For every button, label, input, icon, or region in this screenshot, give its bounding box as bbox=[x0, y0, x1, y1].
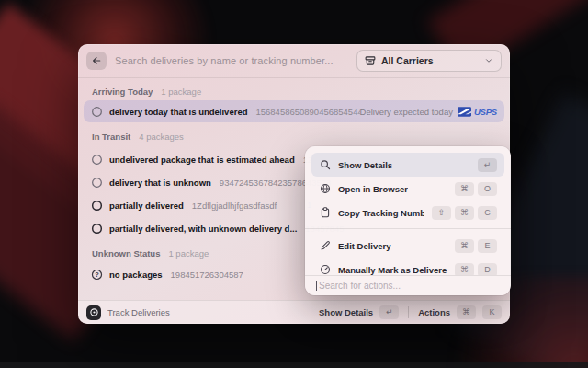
section-count: 1 package bbox=[161, 86, 201, 97]
search-header: Search deliveries by name or tracking nu… bbox=[78, 44, 510, 78]
delivery-eta-text: Delivery expected today bbox=[360, 107, 453, 117]
progress-ring-icon bbox=[91, 177, 103, 189]
chevron-down-icon bbox=[484, 56, 493, 65]
section-title: Arriving Today bbox=[92, 86, 153, 97]
menu-item-label: Copy Tracking Number bbox=[338, 208, 424, 218]
cmd-key-chip: ⌘ bbox=[455, 239, 474, 253]
track-deliveries-app-icon bbox=[86, 305, 101, 320]
actions-menu: Show Details ↵ Open in Browser ⌘ O bbox=[305, 146, 511, 295]
progress-ring-icon bbox=[91, 106, 103, 118]
shift-key-chip: ⇧ bbox=[432, 206, 451, 220]
delivery-title: no packages bbox=[109, 270, 163, 280]
app-name: Track Deliveries bbox=[107, 307, 312, 317]
desktop: Search deliveries by name or tracking nu… bbox=[0, 0, 588, 368]
delivery-row-undelivered-today[interactable]: delivery today that is undelivered 15684… bbox=[84, 100, 504, 122]
pencil-icon bbox=[319, 240, 331, 252]
menu-item-manually-mark-delivered[interactable]: Manually Mark as Delivered ⌘ D bbox=[311, 258, 504, 275]
actions-search-placeholder: Search for actions... bbox=[319, 281, 401, 291]
section-title: In Transit bbox=[92, 132, 130, 142]
status-bar: Track Deliveries Show Details ↵ Actions … bbox=[78, 300, 510, 324]
tracking-number: 198451726304587 bbox=[171, 270, 243, 280]
progress-ring-bold-icon bbox=[91, 200, 103, 212]
d-key-chip: D bbox=[478, 263, 497, 276]
arrow-left-icon bbox=[91, 55, 102, 66]
c-key-chip: C bbox=[478, 206, 497, 220]
k-key-chip: K bbox=[482, 305, 502, 319]
actions-button[interactable]: Actions bbox=[418, 307, 450, 317]
carrier-dropdown[interactable]: All Carriers bbox=[356, 50, 502, 72]
question-circle-icon: ? bbox=[91, 269, 103, 281]
cmd-key-chip: ⌘ bbox=[455, 263, 474, 276]
section-arriving-today: Arriving Today 1 package bbox=[78, 84, 510, 98]
delivery-title: delivery that is unknown bbox=[109, 178, 211, 188]
menu-item-label: Show Details bbox=[338, 160, 392, 170]
menu-item-show-details[interactable]: Show Details ↵ bbox=[311, 153, 504, 177]
progress-ring-bold-icon bbox=[91, 223, 103, 235]
section-in-transit: In Transit 4 packages bbox=[78, 129, 510, 144]
check-circle-icon bbox=[319, 264, 331, 276]
menu-separator bbox=[305, 228, 511, 229]
o-key-chip: O bbox=[478, 182, 497, 196]
delivery-title: partially delivered bbox=[109, 201, 184, 211]
carrier-dropdown-label: All Carriers bbox=[381, 55, 479, 66]
actions-menu-items: Show Details ↵ Open in Browser ⌘ O bbox=[305, 146, 511, 275]
show-details-action[interactable]: Show Details bbox=[319, 307, 373, 317]
section-count: 1 package bbox=[168, 248, 209, 259]
cmd-key-chip: ⌘ bbox=[457, 305, 476, 319]
carrier-box-icon bbox=[365, 55, 376, 66]
cmd-key-chip: ⌘ bbox=[455, 206, 474, 220]
globe-icon bbox=[319, 183, 331, 195]
actions-search-input[interactable]: Search for actions... bbox=[305, 275, 511, 295]
search-input[interactable]: Search deliveries by name or tracking nu… bbox=[115, 55, 348, 66]
section-title: Unknown Status bbox=[92, 248, 160, 259]
tracking-number: 1Zdflgjadlhjfgasdfasdf bbox=[192, 201, 277, 211]
cmd-key-chip: ⌘ bbox=[455, 182, 474, 196]
section-count: 4 packages bbox=[139, 132, 184, 142]
return-key-chip: ↵ bbox=[379, 305, 399, 319]
delivery-title: undelivered package that is estimated ah… bbox=[109, 155, 295, 165]
return-key-chip: ↵ bbox=[478, 158, 497, 172]
magnifier-icon bbox=[319, 159, 331, 171]
text-cursor bbox=[316, 281, 317, 291]
delivery-title: partially delivered, with unknown delive… bbox=[109, 224, 297, 234]
usps-logo-icon bbox=[458, 107, 471, 117]
tracking-number: 156845865089045685454467 bbox=[255, 107, 359, 117]
footer-divider bbox=[408, 306, 409, 318]
delivery-title: delivery today that is undelivered bbox=[109, 107, 247, 117]
clipboard-icon bbox=[319, 207, 331, 219]
menu-item-label: Manually Mark as Delivered bbox=[338, 265, 447, 275]
menu-item-edit-delivery[interactable]: Edit Delivery ⌘ E bbox=[311, 234, 504, 258]
back-button[interactable] bbox=[86, 52, 107, 70]
menu-item-label: Edit Delivery bbox=[338, 241, 391, 251]
e-key-chip: E bbox=[478, 239, 497, 253]
menu-item-copy-tracking-number[interactable]: Copy Tracking Number ⇧ ⌘ C bbox=[311, 201, 504, 224]
progress-ring-icon bbox=[91, 154, 103, 166]
carrier-label: USPS bbox=[474, 107, 497, 117]
menu-item-open-in-browser[interactable]: Open in Browser ⌘ O bbox=[311, 177, 504, 201]
menu-item-label: Open in Browser bbox=[338, 184, 408, 194]
svg-text:?: ? bbox=[95, 270, 99, 279]
background-bottom-strip bbox=[0, 362, 588, 368]
